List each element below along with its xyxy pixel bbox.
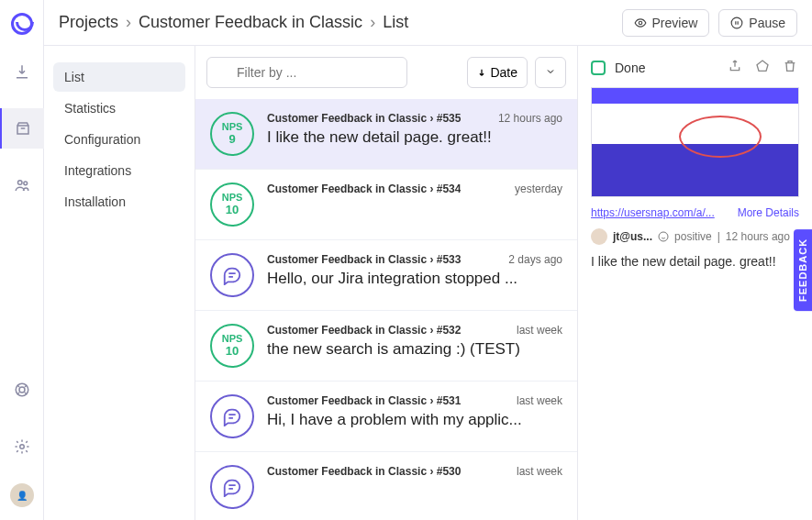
svg-point-5: [639, 21, 642, 25]
row-project: Customer Feedback in Classic › #535: [267, 112, 461, 125]
subnav: ListStatisticsConfigurationIntegrationsI…: [44, 46, 195, 520]
detail-url-link[interactable]: https://usersnap.com/a/...: [591, 206, 715, 219]
row-title: I like the new detail page. great!!: [267, 128, 562, 147]
row-project: Customer Feedback in Classic › #534: [267, 183, 461, 195]
feedback-list-column: Date NPS9Customer Feedback in Classic › …: [195, 46, 578, 520]
feedback-row[interactable]: NPS10Customer Feedback in Classic › #532…: [195, 311, 577, 382]
row-project: Customer Feedback in Classic › #531: [267, 394, 461, 407]
share-icon[interactable]: [726, 57, 744, 78]
crumb-project-name[interactable]: Customer Feedback in Classic: [139, 13, 362, 32]
row-time: last week: [517, 324, 562, 337]
row-title: the new search is amazing :) (TEST): [267, 340, 562, 359]
date-sort-button[interactable]: Date: [467, 57, 528, 88]
trash-icon[interactable]: [781, 57, 799, 78]
feedback-row[interactable]: NPS10Customer Feedback in Classic › #534…: [195, 170, 577, 240]
author-avatar: [591, 228, 607, 245]
breadcrumb: Projects › Customer Feedback in Classic …: [59, 13, 408, 32]
row-time: yesterday: [515, 183, 562, 195]
pause-icon: [730, 17, 743, 29]
row-project: Customer Feedback in Classic › #533: [267, 253, 461, 266]
subnav-item-integrations[interactable]: Integrations: [53, 156, 185, 185]
smile-icon: [658, 231, 669, 242]
done-label: Done: [615, 61, 645, 75]
detail-time: 12 hours ago: [726, 230, 790, 243]
topbar: Projects › Customer Feedback in Classic …: [44, 0, 812, 46]
preview-button[interactable]: Preview: [622, 9, 710, 37]
detail-panel: Done https://usersnap.com/a/... More: [578, 46, 812, 520]
crumb-sep: ›: [126, 13, 131, 32]
row-time: 12 hours ago: [498, 112, 562, 125]
row-time: 2 days ago: [508, 253, 562, 266]
row-title: Hello, our Jira integration stopped ...: [267, 270, 562, 288]
nps-badge: NPS10: [210, 324, 254, 368]
feedback-row[interactable]: Customer Feedback in Classic › #530last …: [195, 452, 577, 520]
done-checkbox[interactable]: [591, 61, 606, 75]
filter-bar: Date: [195, 46, 577, 99]
chevron-down-icon: [545, 66, 556, 77]
feedback-row[interactable]: Customer Feedback in Classic › #5332 day…: [195, 240, 577, 311]
crumb-projects[interactable]: Projects: [59, 13, 118, 32]
tag-icon[interactable]: [753, 57, 772, 78]
svg-point-6: [731, 17, 742, 28]
user-avatar[interactable]: 👤: [10, 483, 34, 507]
subnav-item-installation[interactable]: Installation: [53, 187, 185, 216]
author-email: jt@us...: [613, 230, 652, 243]
row-title: Hi, I have a problem with my applic...: [267, 411, 562, 429]
feedback-list: NPS9Customer Feedback in Classic › #5351…: [195, 99, 577, 520]
feedback-row[interactable]: NPS9Customer Feedback in Classic › #5351…: [195, 99, 577, 170]
row-time: last week: [517, 465, 562, 478]
svg-point-3: [19, 387, 25, 393]
rail-download-icon[interactable]: [0, 51, 44, 92]
comment-badge: [210, 465, 254, 509]
nps-badge: NPS10: [210, 183, 254, 227]
svg-point-8: [659, 232, 668, 241]
svg-point-4: [19, 445, 24, 449]
rail-gear-icon[interactable]: [0, 426, 44, 467]
pause-button[interactable]: Pause: [718, 9, 797, 37]
arrow-down-icon: [477, 68, 486, 77]
crumb-view[interactable]: List: [383, 13, 408, 32]
sentiment-label: positive: [674, 230, 712, 243]
row-time: last week: [517, 394, 562, 407]
app-logo[interactable]: [11, 13, 33, 35]
svg-point-0: [17, 181, 22, 185]
comment-badge: [210, 253, 254, 297]
row-project: Customer Feedback in Classic › #530: [267, 465, 461, 478]
nps-badge: NPS9: [210, 112, 254, 156]
eye-icon: [634, 17, 647, 29]
rail-people-icon[interactable]: [0, 165, 44, 205]
detail-text: I like the new detail page. great!!: [591, 254, 799, 269]
more-details-link[interactable]: More Details: [738, 206, 799, 219]
crumb-sep: ›: [370, 13, 375, 32]
left-rail: 👤: [0, 0, 44, 520]
rail-lifebuoy-icon[interactable]: [0, 370, 44, 410]
subnav-item-statistics[interactable]: Statistics: [53, 94, 185, 123]
feedback-tab[interactable]: FEEDBACK: [794, 229, 812, 311]
author-row: jt@us... positive | 12 hours ago: [591, 228, 799, 245]
row-project: Customer Feedback in Classic › #532: [267, 324, 461, 337]
comment-badge: [210, 394, 254, 438]
screenshot-thumbnail[interactable]: [591, 87, 799, 197]
sort-options-button[interactable]: [535, 57, 566, 88]
subnav-item-configuration[interactable]: Configuration: [53, 125, 185, 154]
svg-point-1: [23, 182, 27, 185]
subnav-item-list[interactable]: List: [53, 62, 185, 92]
filter-input[interactable]: [206, 57, 407, 88]
feedback-row[interactable]: Customer Feedback in Classic › #531last …: [195, 382, 577, 452]
rail-inbox-icon[interactable]: [0, 108, 44, 149]
